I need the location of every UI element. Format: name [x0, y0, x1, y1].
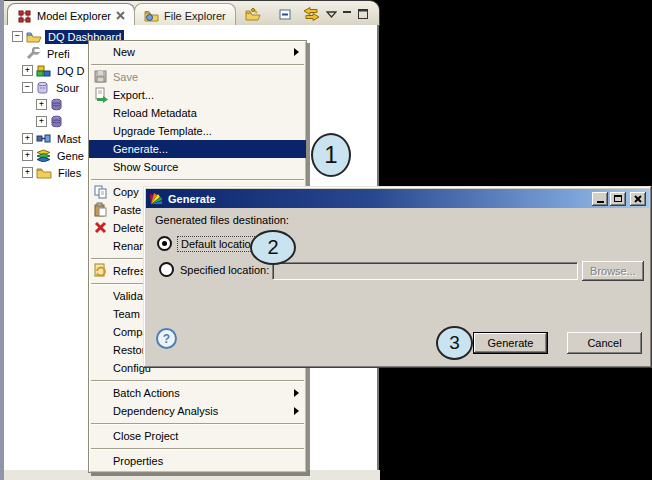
menu-separator	[89, 420, 306, 427]
export-icon	[93, 87, 109, 103]
specified-location-label[interactable]: Specified location:	[180, 264, 269, 276]
menu-label: Upgrade Template...	[113, 125, 212, 137]
paste-icon	[93, 202, 109, 218]
menu-separator	[89, 445, 306, 452]
annotation-number: 2	[267, 236, 278, 259]
radio-selected-icon[interactable]	[157, 236, 172, 251]
cubes-icon	[36, 64, 51, 77]
view-menu-chevron-icon[interactable]	[324, 6, 338, 22]
tab-label: File Explorer	[164, 10, 226, 22]
folder-closed-icon	[36, 167, 52, 179]
save-icon	[93, 69, 109, 85]
submenu-arrow-icon	[294, 407, 299, 415]
expander-plus-icon[interactable]: +	[22, 167, 33, 178]
menu-label: Reload Metadata	[113, 107, 197, 119]
submenu-arrow-icon	[294, 389, 299, 397]
maximize-icon[interactable]	[610, 192, 626, 206]
menu-label: Paste	[113, 204, 141, 216]
menu-item-upgrade-template[interactable]: Upgrade Template...	[89, 122, 306, 140]
tree-label[interactable]	[66, 104, 72, 106]
expander-minus-icon[interactable]: −	[22, 82, 33, 93]
refresh-icon	[93, 263, 109, 279]
expander-plus-icon[interactable]: +	[22, 150, 33, 161]
radio-unselected-icon[interactable]	[159, 262, 174, 277]
tree-label[interactable]: Files	[55, 166, 84, 180]
menu-label: Export...	[113, 89, 154, 101]
dialog-titlebar[interactable]: Generate	[146, 189, 649, 208]
specified-location-input[interactable]	[272, 262, 578, 280]
default-location-option[interactable]: Default location	[157, 236, 260, 251]
tree-label[interactable]: Prefi	[44, 47, 73, 61]
menu-item-export[interactable]: Export...	[89, 86, 306, 104]
collapse-all-icon[interactable]	[276, 6, 294, 22]
menu-label: Close Project	[113, 430, 178, 442]
minimize-icon[interactable]	[340, 6, 354, 22]
open-folder-icon[interactable]	[244, 6, 262, 22]
tree-label[interactable]: Mast	[54, 132, 84, 146]
wrench-icon	[26, 47, 41, 60]
menu-label: Team	[113, 308, 140, 320]
annotation-number: 1	[324, 141, 337, 169]
tab-model-explorer[interactable]: Model Explorer	[7, 3, 135, 27]
menu-item-show-source[interactable]: Show Source	[89, 158, 306, 176]
tree-label[interactable]: DQ D	[54, 64, 88, 78]
menu-label: Show Source	[113, 161, 178, 173]
tree-label[interactable]	[66, 121, 72, 123]
menu-label: Generate...	[113, 143, 168, 155]
expander-plus-icon[interactable]: +	[22, 65, 33, 76]
tree-label[interactable]: Gene	[54, 149, 87, 163]
sync-arrows-icon[interactable]	[302, 6, 320, 22]
layers-icon	[36, 149, 51, 162]
database-light-icon	[36, 81, 50, 95]
menu-item-new[interactable]: New	[89, 43, 306, 61]
specified-location-option[interactable]: Specified location:	[159, 262, 269, 277]
rainbow-fan-icon	[149, 191, 164, 206]
menu-item-generate[interactable]: Generate...	[89, 140, 306, 158]
view-tabbar: Model Explorer File Explorer	[4, 0, 380, 26]
tab-label: Model Explorer	[37, 10, 111, 22]
window-buttons	[592, 192, 649, 206]
linked-squares-icon	[36, 133, 51, 145]
tree-label[interactable]: Sour	[53, 81, 82, 95]
expander-plus-icon[interactable]: +	[36, 116, 47, 127]
annotation-step-3: 3	[436, 326, 473, 360]
file-explorer-icon	[144, 9, 159, 22]
menu-item-dependency-analysis[interactable]: Dependency Analysis	[89, 402, 306, 420]
expander-plus-icon[interactable]: +	[36, 99, 47, 110]
close-icon[interactable]	[630, 192, 646, 206]
expander-minus-icon[interactable]: −	[12, 31, 23, 42]
annotation-step-2: 2	[250, 230, 296, 265]
tab-file-explorer[interactable]: File Explorer	[134, 3, 236, 27]
database-dark-icon	[50, 98, 63, 111]
menu-separator	[89, 176, 306, 183]
menu-item-batch-actions[interactable]: Batch Actions	[89, 384, 306, 402]
menu-separator	[89, 377, 306, 384]
menu-label: New	[113, 46, 135, 58]
menu-item-reload-metadata[interactable]: Reload Metadata	[89, 104, 306, 122]
menu-item-close-project[interactable]: Close Project	[89, 427, 306, 445]
menu-item-properties[interactable]: Properties	[89, 452, 306, 470]
menu-item-save[interactable]: Save	[89, 68, 306, 86]
minimize-icon[interactable]	[592, 192, 608, 206]
menu-label: Batch Actions	[113, 387, 180, 399]
folder-open-icon	[26, 30, 42, 43]
default-location-label[interactable]: Default location	[178, 237, 260, 251]
browse-button[interactable]: Browse...	[582, 261, 644, 281]
menu-label: Delete	[113, 222, 145, 234]
generate-button[interactable]: Generate	[473, 332, 548, 354]
expander-plus-icon[interactable]: +	[22, 133, 33, 144]
close-icon[interactable]	[116, 11, 125, 20]
cancel-button[interactable]: Cancel	[567, 332, 642, 354]
annotation-number: 3	[449, 332, 460, 354]
menu-label: Copy	[113, 186, 139, 198]
help-icon[interactable]: ?	[156, 328, 177, 349]
submenu-arrow-icon	[294, 48, 299, 56]
menu-label: Properties	[113, 455, 163, 467]
model-explorer-icon	[17, 9, 32, 23]
database-dark-icon	[50, 115, 63, 128]
menu-separator	[89, 61, 306, 68]
delete-icon	[93, 220, 109, 236]
maximize-icon[interactable]	[356, 6, 370, 22]
menu-label: Save	[113, 71, 138, 83]
dialog-body: Generated files destination: Default loc…	[146, 208, 649, 365]
